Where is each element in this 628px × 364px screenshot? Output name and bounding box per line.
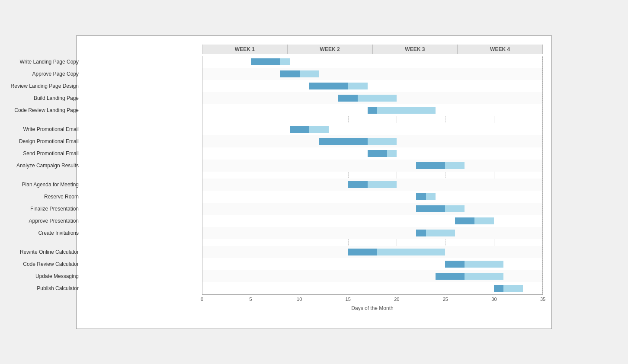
x-axis-tick: 20 xyxy=(394,297,399,302)
bar-container xyxy=(202,227,542,239)
bar-light xyxy=(426,230,455,236)
bar-light xyxy=(474,217,494,224)
row-spacer xyxy=(202,172,542,179)
bar-container xyxy=(202,191,542,203)
gantt-bar xyxy=(280,70,319,77)
gantt-bar xyxy=(416,205,465,212)
bar-dark xyxy=(309,83,348,89)
bar-container xyxy=(202,246,542,258)
week-header-3: WEEK 3 xyxy=(372,45,458,54)
week-header-1: WEEK 1 xyxy=(202,45,287,54)
task-label: Approve Presentation xyxy=(0,215,83,227)
task-label: Send Promotional Email xyxy=(0,147,83,160)
bar-container xyxy=(202,123,542,135)
row-spacer xyxy=(202,116,542,123)
bar-dark xyxy=(368,107,377,114)
chart-row xyxy=(202,227,542,239)
gantt-bar xyxy=(455,217,494,224)
week-header-4: WEEK 4 xyxy=(457,45,543,54)
chart-row xyxy=(202,191,542,203)
bar-light xyxy=(309,126,329,133)
bar-light xyxy=(445,162,465,169)
task-label: Design Promotional Email xyxy=(0,135,83,147)
bar-light xyxy=(387,150,397,157)
task-label: Write Landing Page Copy xyxy=(0,56,83,68)
gantt-bar xyxy=(416,193,436,200)
gantt-bar xyxy=(416,230,455,236)
chart-row xyxy=(202,258,542,270)
x-axis-tick: 5 xyxy=(250,297,252,302)
bar-light xyxy=(368,138,397,145)
x-axis-tick: 15 xyxy=(346,297,351,302)
chart-row xyxy=(202,282,542,294)
bar-container xyxy=(202,215,542,227)
x-axis-tick: 10 xyxy=(297,297,302,302)
task-label: Finalize Presentation xyxy=(0,203,83,215)
gantt-bar xyxy=(309,83,368,89)
bar-dark xyxy=(416,193,426,200)
label-spacer xyxy=(0,239,83,246)
x-axis-tick: 0 xyxy=(201,297,203,302)
chart-row xyxy=(202,80,542,92)
chart-row xyxy=(202,68,542,80)
chart-area xyxy=(202,56,543,295)
chart-row xyxy=(202,270,542,282)
x-axis-tick: 35 xyxy=(540,297,545,302)
task-label: Write Promotional Email xyxy=(0,123,83,135)
bar-dark xyxy=(348,249,377,255)
gantt-bar xyxy=(338,95,397,102)
chart-row xyxy=(202,160,542,172)
task-label: Update Messaging xyxy=(0,270,83,282)
task-label: Review Landing Page Design xyxy=(0,80,83,92)
task-label: Code Review Calculator xyxy=(0,258,83,270)
bar-container xyxy=(202,56,542,68)
x-axis-tick: 30 xyxy=(491,297,497,302)
bar-light xyxy=(465,273,503,280)
bar-container xyxy=(202,179,542,191)
bar-dark xyxy=(436,273,465,280)
chart-row xyxy=(202,147,542,160)
gantt-bar xyxy=(319,138,397,145)
bar-dark xyxy=(319,138,367,145)
week-header-2: WEEK 2 xyxy=(287,45,372,54)
chart-row xyxy=(202,104,542,116)
bar-dark xyxy=(251,58,280,65)
chart-row xyxy=(202,215,542,227)
bar-container xyxy=(202,80,542,92)
task-label: Rewrite Online Calculator xyxy=(0,246,83,258)
task-label: Create Invitations xyxy=(0,227,83,239)
chart-row xyxy=(202,135,542,147)
chart-row xyxy=(202,246,542,258)
gantt-bar xyxy=(251,58,290,65)
task-label: Reserve Room xyxy=(0,191,83,203)
bar-dark xyxy=(416,230,426,236)
gantt-bar xyxy=(368,150,397,157)
row-spacer xyxy=(202,239,542,246)
bar-container xyxy=(202,104,542,116)
bar-container xyxy=(202,282,542,294)
label-spacer xyxy=(0,172,83,179)
bar-dark xyxy=(280,70,300,77)
bar-light xyxy=(280,58,290,65)
bar-container xyxy=(202,203,542,215)
bar-light xyxy=(300,70,319,77)
gantt-bar xyxy=(445,261,503,268)
bar-light xyxy=(358,95,397,102)
gantt-bar xyxy=(290,126,329,133)
label-spacer xyxy=(0,116,83,123)
x-axis-label: Days of the Month xyxy=(202,305,543,311)
bar-light xyxy=(503,285,523,292)
task-label: Publish Calculator xyxy=(0,282,83,294)
chart-row xyxy=(202,203,542,215)
chart-row xyxy=(202,179,542,191)
bar-dark xyxy=(455,217,474,224)
bar-dark xyxy=(368,150,387,157)
bar-light xyxy=(426,193,436,200)
gantt-chart: WEEK 1WEEK 2WEEK 3WEEK 4 Write Landing P… xyxy=(76,35,552,329)
gantt-bar xyxy=(494,285,523,292)
bar-light xyxy=(377,107,436,114)
gantt-bar xyxy=(416,162,465,169)
chart-row xyxy=(202,92,542,104)
bar-container xyxy=(202,92,542,104)
bar-container xyxy=(202,160,542,172)
